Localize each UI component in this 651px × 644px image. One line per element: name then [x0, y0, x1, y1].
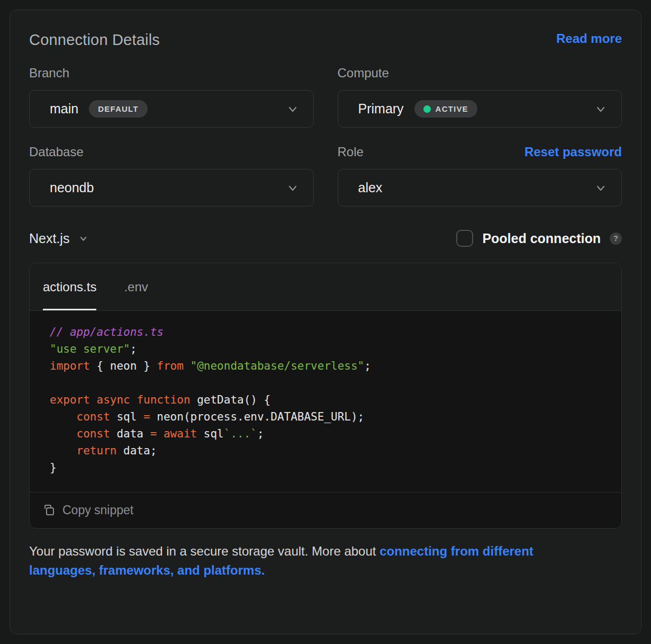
code-block: // app/actions.ts "use server"; import {…	[50, 324, 601, 476]
compute-value: Primary	[358, 101, 404, 117]
role-label: Role	[338, 145, 364, 159]
active-status-dot	[423, 105, 431, 113]
tab-env[interactable]: .env	[124, 263, 148, 310]
footer-text: Your password is saved in a secure stora…	[29, 544, 379, 558]
chevron-down-icon	[287, 103, 299, 115]
pooled-connection-checkbox[interactable]	[456, 230, 473, 247]
read-more-link[interactable]: Read more	[556, 31, 622, 46]
code-snippet-container: actions.ts .env // app/actions.ts "use s…	[29, 263, 622, 529]
connection-details-panel: Connection Details Read more Branch main…	[10, 10, 641, 634]
branch-select[interactable]: main DEFAULT	[29, 90, 314, 128]
compute-label: Compute	[338, 66, 389, 80]
branch-value: main	[50, 101, 78, 117]
branch-label: Branch	[29, 66, 69, 80]
compute-select[interactable]: Primary ACTIVE	[338, 90, 622, 128]
database-field: Database neondb	[29, 145, 314, 207]
pooled-connection-label: Pooled connection	[482, 231, 601, 246]
footer-note: Your password is saved in a secure stora…	[29, 542, 590, 580]
tab-actions-ts[interactable]: actions.ts	[43, 263, 96, 310]
chevron-down-icon	[595, 182, 607, 194]
panel-header: Connection Details Read more	[29, 31, 622, 49]
copy-snippet-button[interactable]: Copy snippet	[30, 492, 621, 528]
role-select[interactable]: alex	[338, 169, 622, 207]
database-select[interactable]: neondb	[29, 169, 314, 207]
framework-select[interactable]: Next.js	[29, 231, 88, 246]
role-value: alex	[358, 180, 383, 195]
role-field: Role Reset password alex	[338, 145, 622, 207]
code-area: // app/actions.ts "use server"; import {…	[30, 311, 621, 492]
chevron-down-icon	[595, 103, 607, 115]
database-label: Database	[29, 145, 84, 159]
database-value: neondb	[50, 180, 94, 195]
page-title: Connection Details	[29, 31, 160, 49]
active-badge: ACTIVE	[414, 100, 477, 118]
reset-password-link[interactable]: Reset password	[525, 145, 622, 159]
framework-value: Next.js	[29, 231, 69, 246]
copy-snippet-label: Copy snippet	[62, 503, 133, 517]
snippet-tabbar: actions.ts .env	[30, 263, 621, 311]
chevron-down-icon	[79, 234, 88, 243]
pooled-connection-option: Pooled connection ?	[456, 230, 622, 247]
field-grid: Branch main DEFAULT Compute Primary ACTI…	[29, 49, 622, 207]
compute-field: Compute Primary ACTIVE	[338, 66, 622, 128]
chevron-down-icon	[287, 182, 299, 194]
branch-field: Branch main DEFAULT	[29, 66, 314, 128]
copy-icon	[42, 504, 56, 517]
snippet-options-row: Next.js Pooled connection ?	[29, 230, 622, 247]
question-mark-icon[interactable]: ?	[610, 232, 622, 245]
default-badge: DEFAULT	[89, 100, 147, 118]
